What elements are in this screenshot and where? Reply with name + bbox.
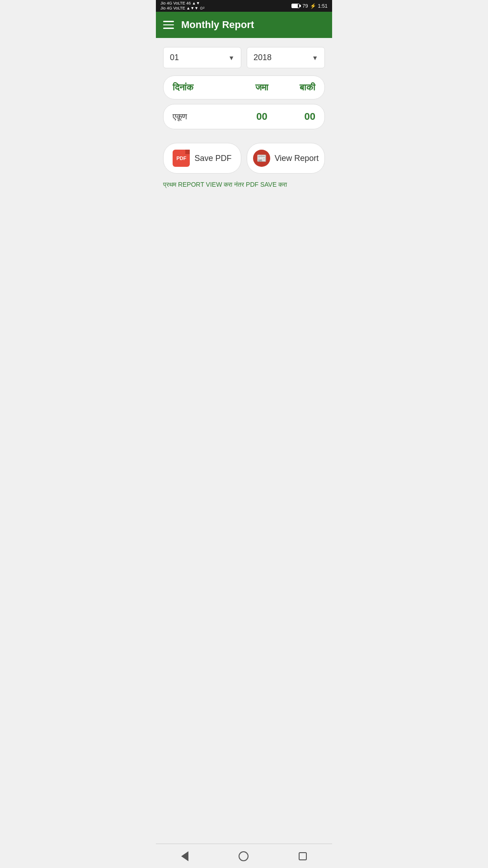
report-icon: 📰	[253, 150, 270, 167]
filters-row: 01 ▼ 2018 ▼	[163, 47, 325, 68]
year-dropdown[interactable]: 2018 ▼	[247, 47, 325, 68]
view-report-label: View Report	[275, 154, 319, 163]
save-pdf-button[interactable]: PDF Save PDF	[163, 143, 241, 174]
year-chevron-icon: ▼	[312, 54, 318, 61]
time: 1:51	[318, 3, 328, 9]
table-header-row: दिनांक जमा बाकी	[163, 75, 325, 99]
hint-text: प्रथम REPORT VIEW करा नंतर PDF SAVE करा	[163, 181, 325, 189]
action-buttons-row: PDF Save PDF 📰 View Report	[163, 143, 325, 174]
carrier-info: Jio 4G VoLTE 46 ▲▼ Jio 4G VoLTE ▲▼▼ ⊙²	[160, 1, 205, 11]
app-header: Monthly Report	[156, 12, 332, 38]
total-label: एकूण	[173, 112, 244, 122]
col-date-header: दिनांक	[173, 82, 244, 93]
battery-level: 79	[302, 3, 308, 9]
view-report-button[interactable]: 📰 View Report	[247, 143, 325, 174]
pdf-icon: PDF	[173, 150, 190, 167]
col-baki-header: बाकी	[280, 82, 315, 93]
carrier1: Jio 4G VoLTE 46 ▲▼	[160, 1, 205, 6]
page-title: Monthly Report	[181, 19, 254, 31]
menu-button[interactable]	[163, 21, 174, 29]
save-pdf-label: Save PDF	[194, 154, 231, 163]
table-total-row: एकूण 00 00	[163, 104, 325, 129]
col-jama-header: जमा	[244, 82, 280, 93]
main-content: 01 ▼ 2018 ▼ दिनांक जमा बाकी एकूण 00 00 P…	[156, 38, 332, 207]
battery-icon	[291, 4, 300, 8]
month-dropdown[interactable]: 01 ▼	[163, 47, 241, 68]
carrier2: Jio 4G VoLTE ▲▼▼ ⊙²	[160, 6, 205, 11]
status-bar: Jio 4G VoLTE 46 ▲▼ Jio 4G VoLTE ▲▼▼ ⊙² 7…	[156, 0, 332, 12]
month-value: 01	[170, 53, 179, 62]
year-value: 2018	[253, 53, 272, 62]
status-right: 79 ⚡ 1:51	[291, 3, 328, 9]
total-baki-value: 00	[280, 111, 315, 123]
month-chevron-icon: ▼	[228, 54, 235, 61]
total-jama-value: 00	[244, 111, 280, 123]
bolt-icon: ⚡	[310, 3, 316, 9]
